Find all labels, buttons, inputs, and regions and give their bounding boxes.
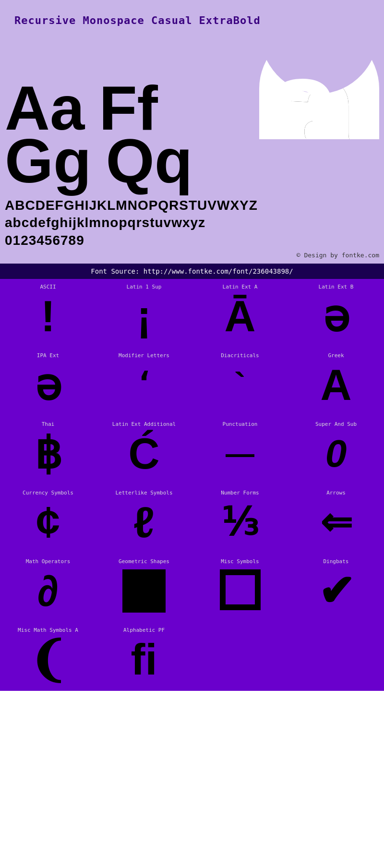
glyph-currency: Currency Symbols ¢ [0,485,96,554]
specimen-row1: Aa Ff a a [5,34,379,139]
glyph-row-1: ASCII ! Latin 1 Sup ¡ Latin Ext A Ā Lati… [0,279,384,348]
glyph-latinextadd: Latin Ext Additional Ć [96,416,192,485]
glyph-dingbats: Dingbats ✔ [288,554,384,622]
glyph-misc-symbols: Misc Symbols [192,554,288,622]
alphabet-lower: abcdefghijklmnopqrstuvwxyz [5,214,379,231]
letter-pair-gg: Gg [5,130,92,192]
glyph-superandsub: Super And Sub 0 [288,416,384,485]
font-title: Recursive Monospace Casual ExtraBold [14,10,370,34]
glyph-numberforms: Number Forms ⅓ [192,485,288,554]
glyph-latinextb: Latin Ext B ə [288,279,384,348]
glyph-ipaext: IPA Ext ə [0,348,96,416]
svg-text:a: a [264,34,342,139]
alphabet-section: ABCDEFGHIJKLMNOPQRSTUVWXYZ abcdefghijklm… [0,192,384,249]
glyph-row-3: Thai ฿ Latin Ext Additional Ć Punctuatio… [0,416,384,485]
glyph-row-6: Misc Math Symbols A ❨ Alphabetic PF ﬁ [0,622,384,691]
glyph-row-5: Math Operators ∂ Geometric Shapes Misc S… [0,554,384,622]
glyph-mathoperators: Math Operators ∂ [0,554,96,622]
glyph-empty-2 [288,622,384,691]
alphabet-upper: ABCDEFGHIJKLMNOPQRSTUVWXYZ [5,197,379,214]
glyph-row-2: IPA Ext ə Modifier Letters ʻ Diacritical… [0,348,384,416]
glyph-alphabeticpf: Alphabetic PF ﬁ [96,622,192,691]
glyph-thai: Thai ฿ [0,416,96,485]
copyright: © Design by fontke.com [0,249,384,264]
big-a-display: a a [158,34,379,139]
glyph-geometric: Geometric Shapes [96,554,192,622]
digits: 0123456789 [5,232,379,249]
glyph-ascii: ASCII ! [0,279,96,348]
glyph-modifierletters: Modifier Letters ʻ [96,348,192,416]
header-section: Recursive Monospace Casual ExtraBold [0,0,384,34]
glyph-diacriticals: Diacriticals ` [192,348,288,416]
glyph-grid: ASCII ! Latin 1 Sup ¡ Latin Ext A Ā Lati… [0,279,384,691]
glyph-arrows: Arrows ⇐ [288,485,384,554]
glyph-latinexta: Latin Ext A Ā [192,279,288,348]
glyph-empty-1 [192,622,288,691]
font-source: Font Source: http://www.fontke.com/font/… [0,264,384,279]
glyph-greek: Greek Α [288,348,384,416]
glyph-latin1sup: Latin 1 Sup ¡ [96,279,192,348]
glyph-letterlike: Letterlike Symbols ℓ [96,485,192,554]
glyph-miscmatha: Misc Math Symbols A ❨ [0,622,96,691]
glyph-row-4: Currency Symbols ¢ Letterlike Symbols ℓ … [0,485,384,554]
glyph-punctuation: Punctuation — [192,416,288,485]
